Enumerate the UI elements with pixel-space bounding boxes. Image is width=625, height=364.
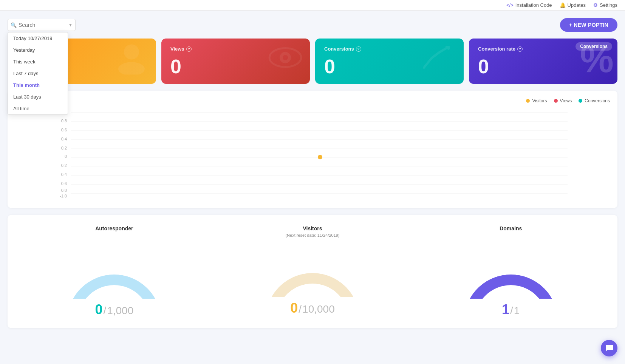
bottom-col-domains: Domains 1 / 1	[415, 225, 606, 318]
conversions-info-icon[interactable]: ?	[356, 46, 361, 52]
legend-conversions: Conversions	[579, 98, 610, 103]
svg-text:-0.4: -0.4	[60, 172, 67, 177]
views-bg-icon	[268, 41, 302, 82]
visitors-bottom-title: Visitors	[303, 225, 322, 231]
legend-label-visitors: Visitors	[532, 98, 547, 103]
legend-label-views: Views	[560, 98, 572, 103]
autoresponder-value-line: 0 / 1,000	[95, 302, 133, 318]
svg-text:0.6: 0.6	[61, 128, 67, 132]
installation-code-label: Installation Code	[515, 2, 552, 8]
search-input[interactable]	[8, 19, 76, 31]
svg-text:0: 0	[65, 154, 67, 159]
svg-text:0.2: 0.2	[61, 146, 67, 150]
installation-code-nav[interactable]: </> Installation Code	[506, 2, 552, 8]
bottom-col-autoresponder: Autoresponder 0 / 1,000	[19, 225, 210, 318]
chart-data-dot	[318, 155, 322, 159]
legend-visitors: Visitors	[526, 98, 547, 103]
settings-nav[interactable]: ⚙ Settings	[593, 2, 617, 8]
domains-gauge	[462, 246, 560, 299]
svg-text:2019-10-27: 2019-10-27	[309, 199, 331, 199]
autoresponder-gauge	[65, 246, 163, 299]
legend-dot-visitors	[526, 99, 530, 103]
stat-card-conversions: Conversions ? 0	[315, 39, 464, 84]
legend-dot-views	[554, 99, 558, 103]
bottom-section: Autoresponder 0 / 1,000 Visitors (Next r…	[8, 215, 617, 328]
main-content: 🔍 ▼ Today 10/27/2019 Yesterday This week…	[0, 11, 625, 336]
chart-area: 1.0 0.8 0.6 0.4 0.2 0 -0.2 -0.4 -0.6 -0.…	[15, 109, 610, 201]
dropdown-item-today[interactable]: Today 10/27/2019	[8, 32, 68, 44]
dropdown-item-yesterday[interactable]: Yesterday	[8, 44, 68, 56]
domains-title: Domains	[500, 225, 522, 231]
autoresponder-slash: /	[103, 305, 106, 317]
gear-icon: ⚙	[593, 2, 598, 8]
svg-text:0.8: 0.8	[61, 119, 67, 123]
visitors-gauge	[263, 244, 362, 297]
bottom-col-visitors: Visitors (Next reset date: 11/24/2019) 0…	[217, 225, 408, 318]
svg-point-4	[283, 55, 288, 60]
dropdown-item-this-week[interactable]: This week	[8, 56, 68, 68]
svg-text:-0.8: -0.8	[60, 188, 67, 193]
chevron-down-icon: ▼	[68, 23, 73, 27]
visitors-bg-icon	[114, 41, 149, 82]
domains-slash: /	[510, 305, 513, 317]
search-icon: 🔍	[11, 22, 17, 28]
settings-label: Settings	[600, 2, 617, 8]
svg-point-0	[124, 45, 139, 60]
legend-views: Views	[554, 98, 572, 103]
bottom-grid: Autoresponder 0 / 1,000 Visitors (Next r…	[19, 225, 606, 318]
visitors-bottom-subtitle: (Next reset date: 11/24/2019)	[285, 233, 339, 238]
conversions-bg-icon	[422, 44, 456, 79]
date-range-dropdown: Today 10/27/2019 Yesterday This week Las…	[8, 32, 68, 115]
stat-card-views: Views ? 0	[161, 39, 310, 84]
domains-value-line: 1 / 1	[502, 302, 520, 318]
views-info-icon[interactable]: ?	[186, 46, 192, 52]
legend-label-conversions: Conversions	[585, 98, 610, 103]
visitors-current-bottom: 0	[290, 300, 298, 316]
visitors-slash: /	[299, 303, 302, 315]
chart-card: Visitors Views Conversions 1.0 0.8 0.6 0…	[8, 91, 617, 208]
visitors-value-line: 0 / 10,000	[290, 300, 334, 316]
autoresponder-current: 0	[95, 302, 102, 318]
bell-icon: 🔔	[560, 2, 566, 8]
autoresponder-total: 1,000	[107, 305, 133, 317]
chart-legend: Visitors Views Conversions	[15, 98, 610, 103]
line-chart-svg: 1.0 0.8 0.6 0.4 0.2 0 -0.2 -0.4 -0.6 -0.…	[15, 109, 610, 199]
top-navigation: </> Installation Code 🔔 Updates ⚙ Settin…	[0, 0, 625, 11]
stat-card-conversion-rate: Conversion rate ? 0 % Conversions	[469, 39, 617, 84]
stat-cards-grid: Visitors 0 Views ? 0	[8, 39, 617, 84]
top-bar: 🔍 ▼ Today 10/27/2019 Yesterday This week…	[8, 18, 617, 32]
dropdown-item-all-time[interactable]: All time	[8, 103, 68, 114]
svg-text:0.4: 0.4	[61, 137, 67, 141]
svg-text:-1.0: -1.0	[60, 194, 67, 198]
domains-current: 1	[502, 302, 509, 318]
dropdown-item-last-7-days[interactable]: Last 7 days	[8, 68, 68, 79]
updates-label: Updates	[568, 2, 586, 8]
search-wrapper: 🔍 ▼ Today 10/27/2019 Yesterday This week…	[8, 19, 76, 31]
dropdown-item-last-30-days[interactable]: Last 30 days	[8, 91, 68, 103]
svg-text:-0.2: -0.2	[60, 163, 67, 168]
new-poptin-button[interactable]: + NEW POPTIN	[560, 18, 617, 32]
conversions-top-badge: Conversions	[575, 42, 612, 51]
legend-dot-conversions	[579, 99, 582, 103]
code-icon: </>	[506, 2, 514, 8]
domains-total: 1	[514, 305, 520, 317]
conversion-rate-info-icon[interactable]: ?	[517, 46, 523, 52]
svg-point-1	[118, 62, 145, 75]
dropdown-item-this-month[interactable]: This month	[8, 79, 68, 91]
updates-nav[interactable]: 🔔 Updates	[560, 2, 586, 8]
svg-text:-0.6: -0.6	[60, 181, 67, 186]
autoresponder-title: Autoresponder	[95, 225, 133, 231]
visitors-total: 10,000	[302, 303, 335, 315]
